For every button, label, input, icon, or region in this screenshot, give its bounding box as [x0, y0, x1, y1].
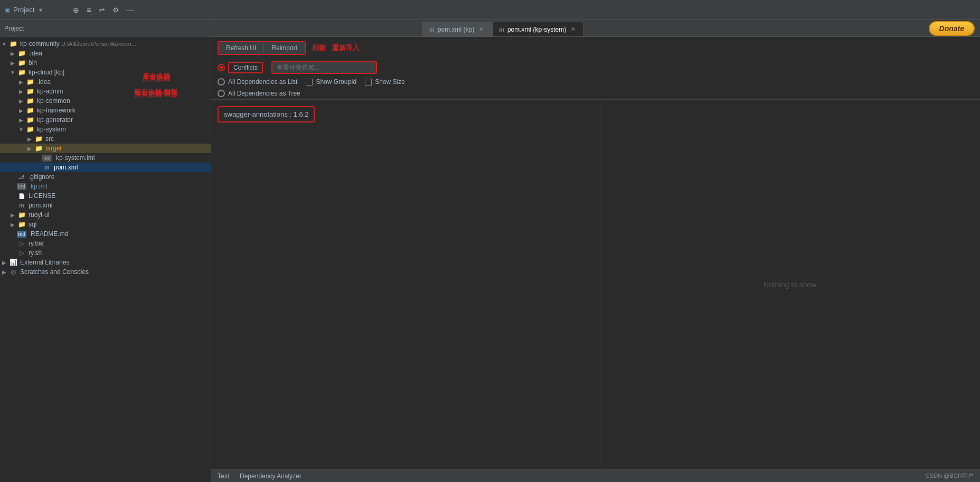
sql-label: sql: [29, 221, 36, 228]
sync-btn[interactable]: ⇌: [97, 5, 107, 15]
sidebar-item-ry-sh[interactable]: ▶ ▷ ry.sh: [0, 248, 211, 258]
sidebar-item-kp-admin[interactable]: ▶ 📁 kp-admin: [0, 87, 211, 96]
kp-cloud-label: kp-cloud [kp]: [29, 69, 64, 76]
sidebar-item-ry-bat[interactable]: ▶ ▷ ry.bat: [0, 239, 211, 248]
kp-framework-icon: 📁: [25, 107, 35, 114]
show-size-check[interactable]: Show Size: [365, 78, 405, 86]
tab2-label: pom.xml (kp-system): [507, 26, 566, 33]
ext-arrow: ▶: [0, 260, 8, 266]
tab-pom-kp[interactable]: m pom.xml (kp) ✕: [422, 22, 492, 36]
dep-version: 1.6.2: [294, 110, 309, 118]
sidebar-item-kp-common[interactable]: ▶ 📁 kp-common: [0, 96, 211, 106]
bottom-bar: Text Dependency Analyzer CSDN @BGR用户: [211, 469, 980, 482]
sidebar-item-kp-framework[interactable]: ▶ 📁 kp-framework: [0, 106, 211, 115]
sidebar-item-ruoyi-ui[interactable]: ▶ 📁 ruoyi-ui: [0, 210, 211, 220]
kp-common-icon: 📁: [25, 97, 35, 105]
all-deps-list-radio[interactable]: All Dependencies as List: [218, 78, 297, 86]
bat-label: ry.bat: [29, 240, 44, 247]
sidebar-item-scratches[interactable]: ▶ ◎ Scratches and Consoles: [0, 267, 211, 277]
size-checkbox: [365, 79, 372, 86]
pom-label: pom.xml: [54, 164, 78, 171]
reimport-annotation: 重新导入: [332, 43, 360, 53]
root-arrow: ▼: [0, 41, 8, 47]
sidebar-item-sql[interactable]: ▶ 📁 sql: [0, 220, 211, 229]
search-input[interactable]: [271, 61, 377, 74]
search-group: [271, 61, 377, 74]
kp-system-icon: 📁: [25, 126, 35, 133]
kp-generator-label: kp-generator: [37, 116, 73, 124]
tab1-label: pom.xml (kp): [438, 26, 474, 33]
sidebar-item-kp-system-iml[interactable]: ▶ iml kp-system.iml: [0, 153, 211, 163]
sidebar-item-idea-root[interactable]: ▶ 📁 .idea: [0, 49, 211, 58]
options-row2: All Dependencies as List Show GroupId Sh…: [211, 76, 980, 88]
sidebar: Project ▼ 📁 kp-community D:\AllDemo\Pers…: [0, 20, 211, 482]
dropdown-icon[interactable]: ▼: [37, 7, 43, 13]
tab2-close[interactable]: ✕: [569, 25, 577, 33]
bin-folder-icon: 📁: [17, 59, 26, 67]
idea-kp-icon: 📁: [25, 78, 35, 86]
sidebar-item-kp-generator[interactable]: ▶ 📁 kp-generator: [0, 115, 211, 125]
iml-label: kp-system.iml: [56, 154, 95, 162]
globe-btn[interactable]: ⊕: [71, 5, 81, 15]
readme-icon: md: [17, 231, 26, 238]
tab-pom-kp-system[interactable]: m pom.xml (kp-system) ✕: [492, 22, 584, 36]
src-icon: 📁: [34, 135, 43, 143]
reimport-button[interactable]: Reimport: [264, 42, 305, 54]
conflicts-radio[interactable]: Conflicts: [218, 62, 263, 73]
sidebar-tree[interactable]: ▼ 📁 kp-community D:\AllDemo\Person\kp-co…: [0, 37, 211, 482]
sidebar-item-target[interactable]: ▶ 📁 target: [0, 144, 211, 153]
sidebar-item-ext-libs[interactable]: ▶ 📊 External Libraries: [0, 258, 211, 267]
sidebar-item-idea-kp[interactable]: ▶ 📁 .idea: [0, 77, 211, 87]
idea-kp-label: .idea: [37, 78, 51, 86]
list-btn[interactable]: ≡: [84, 5, 93, 15]
sidebar-item-src[interactable]: ▶ 📁 src: [0, 134, 211, 144]
refresh-annotation: 刷新: [312, 43, 326, 53]
kp-system-arrow: ▼: [17, 127, 25, 133]
dep-name: swagger-annotations: [224, 110, 288, 118]
sidebar-item-kp-system[interactable]: ▼ 📁 kp-system: [0, 125, 211, 134]
refresh-ui-button[interactable]: Refresh UI: [219, 42, 264, 54]
root-path: D:\AllDemo\Person\kp-com...: [61, 41, 136, 47]
all-deps-tree-radio[interactable]: All Dependencies as Tree: [218, 90, 300, 97]
options-row1: 所有依赖 所有依赖-树形 Conflicts: [211, 59, 980, 76]
idea-label: .idea: [29, 50, 42, 57]
target-label: target: [45, 145, 62, 152]
sql-arrow: ▶: [8, 222, 17, 228]
tree-root[interactable]: ▼ 📁 kp-community D:\AllDemo\Person\kp-co…: [0, 39, 211, 49]
sh-label: ry.sh: [29, 249, 42, 257]
scratch-label: Scratches and Consoles: [20, 268, 89, 276]
watermark: CSDN @BGR用户: [926, 472, 974, 480]
sidebar-item-pom-xml-system[interactable]: ▶ m pom.xml: [0, 163, 211, 172]
lic-icon: 📄: [17, 193, 26, 199]
maven-icon: m: [42, 164, 52, 171]
minimize-btn[interactable]: —: [125, 5, 136, 15]
donate-button[interactable]: Donate: [929, 21, 975, 36]
dep-analyzer-tab[interactable]: Dependency Analyzer: [240, 472, 301, 480]
conflicts-label: Conflicts: [233, 64, 258, 71]
kp-admin-arrow: ▶: [17, 89, 25, 94]
sidebar-item-license[interactable]: ▶ 📄 LICENSE: [0, 191, 211, 201]
kp-framework-arrow: ▶: [17, 108, 25, 114]
iml-icon: iml: [42, 155, 52, 162]
show-groupid-check[interactable]: Show GroupId: [306, 78, 356, 86]
sidebar-item-kp-iml[interactable]: ▶ iml kp.iml: [0, 182, 211, 191]
tab1-icon: m: [429, 26, 435, 33]
main-layout: Project ▼ 📁 kp-community D:\AllDemo\Pers…: [0, 20, 980, 482]
settings-btn[interactable]: ⚙: [110, 5, 121, 15]
kp-admin-icon: 📁: [25, 88, 35, 95]
git-label: .gitignore: [29, 173, 54, 181]
sidebar-item-gitignore[interactable]: ▶ ⎇ .gitignore: [0, 172, 211, 182]
title-bar-left: ▣ Project ▼ ⊕ ≡ ⇌ ⚙ —: [4, 5, 136, 15]
text-tab[interactable]: Text: [218, 472, 229, 480]
dependency-item[interactable]: swagger-annotations : 1.6.2: [218, 106, 315, 122]
sql-icon: 📁: [17, 221, 26, 228]
project-sidebar-title: Project: [4, 25, 24, 32]
tab1-close[interactable]: ✕: [477, 25, 485, 33]
sidebar-item-pom-root[interactable]: ▶ m pom.xml: [0, 201, 211, 210]
sidebar-item-bin[interactable]: ▶ 📁 bin: [0, 58, 211, 68]
ruoyi-icon: 📁: [17, 211, 26, 219]
bin-label: bin: [29, 59, 37, 67]
sidebar-item-kp-cloud[interactable]: ▼ 📁 kp-cloud [kp]: [0, 68, 211, 77]
sidebar-item-readme[interactable]: ▶ md README.md: [0, 229, 211, 239]
root-name: kp-community: [20, 40, 60, 48]
